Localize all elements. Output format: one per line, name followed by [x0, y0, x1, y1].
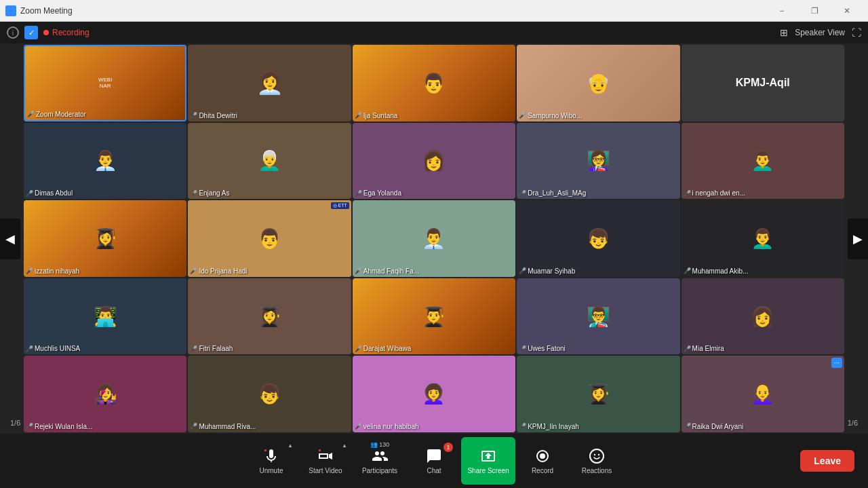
- tile-info: 🎤 velina nur habibah: [355, 423, 419, 430]
- video-tile: KPMJ-Aqil: [682, 45, 844, 121]
- zoom-logo-icon: [5, 5, 16, 16]
- mic-icon: 🎤: [519, 190, 526, 197]
- video-tile: 👩‍🦱 🎤 velina nur habibah: [353, 356, 515, 432]
- record-button[interactable]: Record: [515, 437, 570, 485]
- reactions-button[interactable]: Reactions: [570, 437, 624, 485]
- participant-video: 👨‍🦱: [682, 123, 844, 200]
- video-tile: 👨‍🦱 🎤 Muhammad Akib...: [682, 200, 844, 277]
- video-tile: 👨‍🦱 🎤 i nengah dwi en...: [682, 123, 844, 200]
- mic-muted-icon: [263, 448, 279, 464]
- titlebar-left: Zoom Meeting: [5, 5, 73, 16]
- mic-icon: 🎤: [355, 112, 362, 119]
- video-tile: 👴 🎤 Sampurno Wibo...: [517, 45, 679, 121]
- tile-info: 🎤 izzatin nihayah: [26, 267, 79, 275]
- video-tile: 👩‍🎤 🎤 Rejeki Wulan Isla...: [24, 356, 186, 432]
- meetingbar-right: ⊞ Speaker View ⛶: [780, 27, 861, 38]
- tile-info: 🎤 Ega Yolanda: [355, 189, 401, 197]
- participant-video: 👴: [517, 45, 679, 121]
- start-video-button[interactable]: ▲ Start Video: [298, 437, 353, 485]
- participant-video: 👩: [353, 123, 515, 200]
- page-indicator-right: 1/6: [848, 419, 858, 427]
- tile-info: 🎤 i nengah dwi en...: [684, 189, 745, 197]
- video-tile: 👨‍🏫 🎤 Uwes Fatoni: [517, 278, 679, 355]
- mic-icon: 🎤: [27, 111, 35, 117]
- record-icon: [534, 448, 551, 464]
- participant-video: 👦: [517, 200, 679, 277]
- participant-video: 👨‍💻: [24, 278, 186, 355]
- mic-icon: 🎤: [190, 423, 197, 430]
- participants-button[interactable]: 👥 130 Participants: [353, 437, 407, 485]
- mic-icon: 🎤: [355, 345, 362, 352]
- tile-info: 🎤 Fitri Falaah: [190, 345, 233, 352]
- participant-video: 👩‍🏫: [517, 123, 679, 200]
- leave-label: Leave: [814, 455, 841, 466]
- participant-video: 👨: [353, 45, 515, 121]
- fullscreen-icon[interactable]: ⛶: [852, 27, 861, 38]
- mic-icon: 🎤: [519, 345, 526, 352]
- unmute-button[interactable]: ▲ Unmute: [244, 437, 298, 485]
- video-area: ◀ 1/6 WEBINAR 🎤 Zoom Moderator 👩‍💼 🎤 Dhi…: [0, 43, 868, 434]
- tile-info: 🎤 Ija Suntana: [355, 112, 398, 119]
- participants-count: 👥 130: [370, 441, 390, 448]
- participant-name-display: KPMJ-Aqil: [736, 77, 790, 89]
- svg-point-3: [540, 453, 545, 459]
- video-tile: 👩‍🎓 🎤 KPMJ_Iin Inayah: [517, 356, 679, 432]
- info-icon[interactable]: i: [7, 26, 19, 39]
- mic-icon: 🎤: [190, 267, 197, 274]
- recording-dot: [43, 30, 49, 35]
- svg-point-4: [590, 449, 604, 463]
- mic-icon: 🎤: [684, 267, 691, 274]
- mic-icon: 🎤: [519, 112, 526, 119]
- video-tile: 👩‍💼 🎤 Dhita Dewitri: [188, 45, 351, 121]
- mic-icon: 🎤: [519, 267, 526, 274]
- start-video-label: Start Video: [309, 467, 342, 474]
- video-off-icon: [317, 448, 334, 464]
- recording-text: Recording: [52, 28, 90, 37]
- tile-info: 🎤 Sampurno Wibo...: [519, 112, 582, 119]
- title-bar: Zoom Meeting − ❐ ✕: [0, 0, 868, 22]
- restore-button[interactable]: ❐: [799, 0, 830, 22]
- participant-video: 👩‍🎓: [24, 200, 186, 277]
- mic-icon: 🎤: [684, 190, 691, 197]
- speaker-view-label[interactable]: Speaker View: [795, 28, 845, 37]
- tile-info: 🎤 Ahmad Faqih Fa...: [355, 267, 419, 275]
- participant-video: 👦: [188, 356, 351, 432]
- leave-button[interactable]: Leave: [800, 450, 854, 472]
- tile-info: 🎤 Muamar Syihab: [519, 267, 575, 275]
- mic-icon: 🎤: [190, 345, 197, 352]
- video-chevron[interactable]: ▲: [342, 443, 347, 449]
- chat-icon: [426, 448, 442, 464]
- video-tile: 👨‍💼 🎤 Ahmad Faqih Fa...: [353, 200, 515, 277]
- page-indicator-left: 1/6: [10, 419, 20, 427]
- unmute-chevron[interactable]: ▲: [288, 443, 293, 449]
- tile-info: 🎤 Rejeki Wulan Isla...: [26, 423, 92, 430]
- participant-video: 👩‍🦱: [353, 356, 515, 432]
- participant-video: 👩: [682, 278, 844, 355]
- participant-video: 👩‍🎤: [24, 356, 186, 432]
- tile-info: 🎤 Dhita Dewitri: [190, 112, 237, 119]
- unmute-label: Unmute: [259, 467, 283, 474]
- tile-info: 🎤 Uwes Fatoni: [519, 345, 566, 352]
- svg-point-5: [594, 453, 595, 455]
- share-screen-button[interactable]: Share Screen: [461, 437, 515, 485]
- mic-icon: 🎤: [26, 423, 33, 430]
- security-icon[interactable]: ✓: [24, 26, 38, 39]
- tile-info: 🎤 Dimas Abdul: [26, 189, 73, 197]
- chat-button[interactable]: 1 Chat: [407, 437, 461, 485]
- next-page-button[interactable]: ▶: [848, 219, 868, 259]
- participant-video: 👨 ◎ ETT: [188, 200, 351, 277]
- share-screen-label: Share Screen: [467, 467, 509, 474]
- close-button[interactable]: ✕: [831, 0, 863, 22]
- participant-video: 👩‍🦲: [682, 356, 844, 432]
- participant-video: WEBINAR: [25, 46, 185, 120]
- window-controls: − ❐ ✕: [766, 0, 863, 22]
- minimize-button[interactable]: −: [766, 0, 797, 22]
- prev-page-button[interactable]: ◀: [0, 219, 20, 259]
- mic-icon: 🎤: [26, 345, 33, 352]
- mic-icon: 🎤: [519, 423, 526, 430]
- participant-video: 👨‍🦳: [188, 123, 351, 200]
- video-tile: 👩‍🏫 🎤 Dra_Luh_Asli_MAg: [517, 123, 679, 200]
- video-tile: 👨 ◎ ETT 🎤 Ido Prijana Hadi: [188, 200, 351, 277]
- tile-info: 🎤 Raika Dwi Aryani: [684, 423, 744, 430]
- meeting-bar: i ✓ Recording ⊞ Speaker View ⛶: [0, 22, 868, 43]
